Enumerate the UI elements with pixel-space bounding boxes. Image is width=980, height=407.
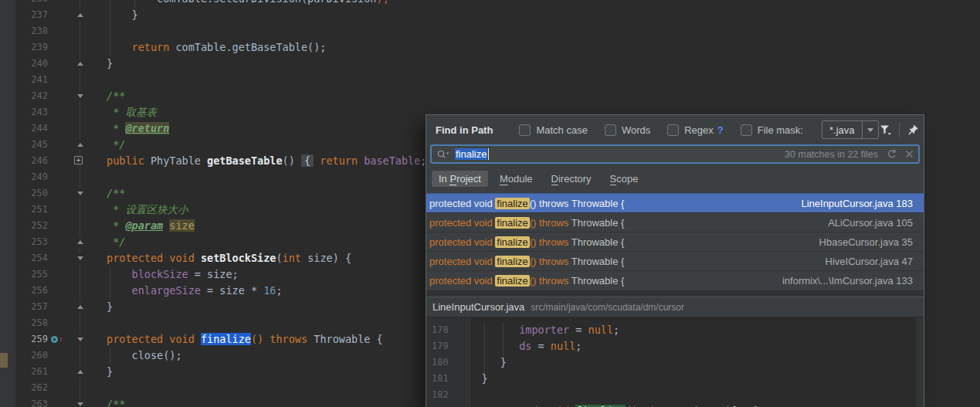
file-mask-checkbox[interactable]: [741, 124, 752, 136]
line-number: 178: [432, 322, 463, 338]
dialog-header: Find in Path Match caseWordsRegex? File …: [426, 115, 924, 144]
fold-marker-icon[interactable]: [74, 10, 86, 20]
chevron-down-icon: [867, 128, 873, 132]
fold-marker-icon[interactable]: [74, 188, 86, 198]
file-mask-dropdown-button[interactable]: [862, 121, 878, 138]
code-line-181[interactable]: 181 }: [426, 371, 924, 387]
code-text: */: [107, 234, 125, 250]
header-divider: [899, 122, 900, 137]
code-line-178[interactable]: 178 importer = null;: [426, 322, 924, 338]
line-number: 262: [19, 380, 48, 396]
preview-header: LineInputCursor.java src/main/java/com/s…: [426, 297, 924, 317]
checkbox-file-mask[interactable]: File mask:: [741, 124, 803, 136]
line-number: 245: [19, 137, 48, 153]
code-line-236[interactable]: 236 comTable.setCurDivision(parDivision)…: [15, 0, 980, 7]
checkbox-box[interactable]: [667, 124, 679, 136]
result-match-text: protected void finalize() throws Throwab…: [429, 275, 624, 287]
filter-icon[interactable]: [879, 124, 892, 136]
code-line-238[interactable]: 238: [15, 23, 980, 39]
fold-marker-icon[interactable]: [74, 334, 86, 344]
search-input[interactable]: finalize 30 matches in 22 files: [430, 144, 920, 164]
result-row[interactable]: protected void finalize() throws Throwab…: [426, 193, 924, 212]
line-number: 249: [19, 169, 48, 185]
result-row[interactable]: protected void finalize() throws Throwab…: [426, 212, 924, 232]
scope-tab-scope[interactable]: Scope: [603, 171, 646, 187]
fold-marker-icon[interactable]: [74, 59, 86, 69]
code-line-242[interactable]: 242/**: [15, 88, 980, 104]
checkbox-words[interactable]: Words: [605, 124, 650, 136]
code-text: }: [107, 56, 113, 72]
fold-marker-icon[interactable]: [74, 399, 86, 407]
scope-tabs: In ProjectModuleDirectoryScope: [426, 164, 924, 193]
code-text: * @param size: [107, 218, 195, 234]
code-text: enlargeSize = size * 16;: [107, 283, 283, 299]
scope-tab-in-project[interactable]: In Project: [432, 171, 488, 187]
fold-marker-icon[interactable]: [74, 91, 86, 101]
code-line-179[interactable]: 179 ds = null;: [426, 338, 924, 354]
file-mask-label: File mask:: [758, 124, 803, 136]
tool-window-stripe[interactable]: [0, 0, 16, 407]
result-file-location: informix\...\ImCursor.java 133: [782, 275, 913, 287]
pin-icon[interactable]: [907, 124, 919, 136]
line-number: 244: [19, 120, 48, 137]
fold-marker-icon[interactable]: [74, 367, 86, 377]
line-number: 259: [19, 331, 48, 348]
checkbox-box[interactable]: [519, 124, 531, 136]
checkbox-match-case[interactable]: Match case: [519, 124, 587, 136]
code-text: }: [107, 7, 138, 23]
checkbox-box[interactable]: [605, 124, 616, 136]
code-text: * 取基表: [107, 104, 157, 120]
code-text: comTable.setCurDivision(parDivision);: [107, 0, 389, 7]
code-line-182[interactable]: 182: [426, 387, 924, 403]
code-line-239[interactable]: 239 return comTable.getBaseTable();: [15, 39, 980, 56]
result-row[interactable]: protected void finalize() throws Throwab…: [426, 232, 924, 251]
fold-marker-icon[interactable]: [74, 302, 86, 312]
preview-file-name: LineInputCursor.java: [432, 301, 524, 313]
preview-gap: [426, 290, 924, 297]
text-caret: [488, 148, 490, 160]
line-number: 180: [432, 354, 463, 371]
override-method-icon[interactable]: ↑: [51, 334, 71, 344]
fold-marker-icon[interactable]: [74, 140, 86, 150]
dialog-title: Find in Path: [436, 124, 493, 136]
code-text: protected void finalize() throws Throwab…: [463, 403, 758, 407]
line-number: 254: [19, 250, 48, 266]
code-text: /**: [107, 88, 125, 104]
file-mask-combo[interactable]: *.java: [822, 120, 879, 139]
code-line-180[interactable]: 180 }: [426, 354, 924, 371]
code-line-237[interactable]: 237 }: [15, 7, 980, 23]
search-query-text: finalize: [455, 148, 487, 160]
code-line-241[interactable]: 241: [15, 72, 980, 88]
code-text: }: [463, 354, 507, 371]
checkbox-regex[interactable]: Regex?: [667, 124, 724, 136]
line-number: 257: [19, 299, 48, 315]
line-number: 252: [19, 218, 48, 234]
preview-file-path: src/main/java/com/scudata/dm/cursor: [531, 302, 684, 313]
line-number: 239: [19, 39, 48, 56]
result-match-text: protected void finalize() throws Throwab…: [429, 236, 624, 248]
scope-tab-label: M: [500, 173, 508, 185]
fold-marker-icon[interactable]: [74, 253, 86, 263]
line-number: 183: [432, 403, 463, 407]
result-row[interactable]: protected void finalize() throws Throwab…: [426, 251, 924, 270]
result-row[interactable]: protected void finalize() throws Throwab…: [426, 270, 924, 290]
scope-tab-directory[interactable]: Directory: [544, 171, 599, 187]
close-icon[interactable]: [905, 150, 914, 158]
code-text: return comTable.getBaseTable();: [107, 39, 327, 56]
code-line-183[interactable]: 183 protected void finalize() throws Thr…: [426, 403, 924, 407]
result-match-text: protected void finalize() throws Throwab…: [429, 198, 624, 209]
scope-tab-module[interactable]: Module: [493, 171, 540, 187]
refresh-icon[interactable]: [887, 149, 897, 159]
regex-help-icon[interactable]: ?: [717, 124, 724, 136]
fold-marker-icon[interactable]: +: [74, 156, 83, 164]
code-text: blockSize = size;: [107, 266, 239, 283]
checkbox-label: Match case: [536, 124, 587, 136]
fold-marker-icon[interactable]: [74, 237, 86, 247]
search-icon[interactable]: [436, 149, 450, 160]
preview-editor[interactable]: 178 importer = null;179 ds = null;180 }1…: [426, 317, 924, 407]
code-text: }: [107, 299, 113, 315]
stripe-marker: [0, 353, 8, 368]
code-line-240[interactable]: 240}: [15, 56, 980, 72]
line-number: 251: [19, 202, 48, 218]
search-result-count: 30 matches in 22 files: [785, 149, 878, 160]
